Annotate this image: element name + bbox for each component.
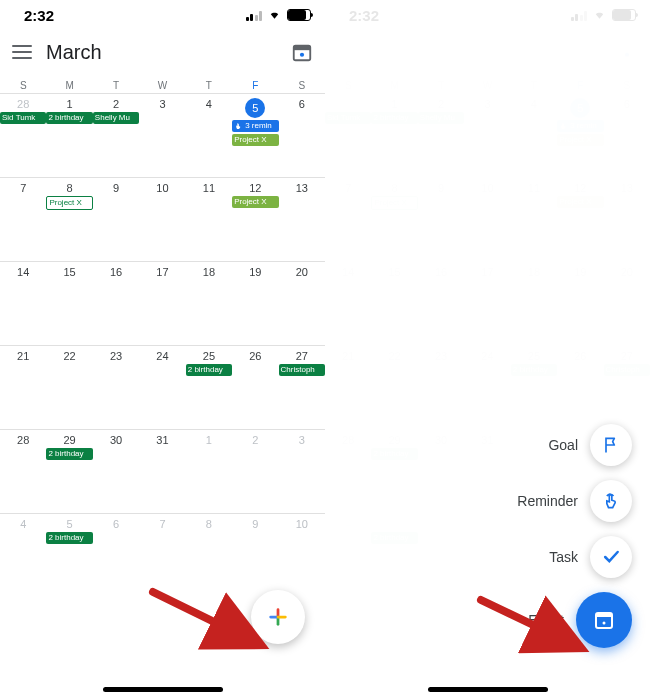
day-number: 29 — [46, 434, 92, 446]
event-chip[interactable]: Project X — [46, 196, 92, 210]
day-cell[interactable]: 11 — [186, 177, 232, 261]
day-number: 1 — [186, 434, 232, 446]
day-cell[interactable]: 4 — [186, 93, 232, 177]
day-cell[interactable]: 24 — [139, 345, 185, 429]
day-cell[interactable]: 12 birthday — [46, 93, 92, 177]
event-chip[interactable]: Sid Tumk — [0, 112, 46, 124]
day-cell[interactable]: 13 — [279, 177, 325, 261]
day-cell[interactable]: 2 — [232, 429, 278, 513]
day-number: 18 — [186, 266, 232, 278]
month-title[interactable]: March — [46, 41, 102, 64]
day-number: 24 — [139, 350, 185, 362]
day-cell[interactable]: 27Christoph — [279, 345, 325, 429]
day-cell[interactable]: 9 — [232, 513, 278, 597]
day-number: 28 — [0, 98, 46, 110]
day-cell[interactable]: 4 — [0, 513, 46, 597]
day-number: 10 — [279, 518, 325, 530]
day-cell[interactable]: 292 birthday — [46, 429, 92, 513]
day-number: 5 — [46, 518, 92, 530]
day-number: 12 — [232, 182, 278, 194]
event-chip[interactable]: 2 birthday — [46, 112, 92, 124]
day-cell[interactable]: 21 — [0, 345, 46, 429]
event-chip[interactable]: Christoph — [279, 364, 325, 376]
fab-mini-button[interactable] — [590, 536, 632, 578]
day-cell[interactable]: 2Shelly Mu — [93, 93, 139, 177]
event-chip[interactable]: 2 birthday — [186, 364, 232, 376]
day-cell[interactable]: 53 reminProject X — [232, 93, 278, 177]
day-cell[interactable]: 1 — [186, 429, 232, 513]
day-cell[interactable]: 26 — [232, 345, 278, 429]
today-icon[interactable] — [291, 41, 313, 63]
fab-mini-button[interactable] — [590, 480, 632, 522]
event-chip[interactable]: 2 birthday — [46, 448, 92, 460]
day-cell[interactable]: 8Project X — [46, 177, 92, 261]
day-number: 2 — [232, 434, 278, 446]
day-cell[interactable]: 15 — [46, 261, 92, 345]
fab-item-goal[interactable]: Goal — [548, 424, 632, 466]
fab-item-label: Task — [549, 549, 578, 565]
weekday-label: T — [93, 80, 139, 91]
day-number: 15 — [46, 266, 92, 278]
weekday-row: SMTWTFS — [0, 74, 325, 93]
day-cell[interactable]: 3 — [139, 93, 185, 177]
fab-main-button[interactable] — [576, 592, 632, 648]
day-cell[interactable]: 7 — [0, 177, 46, 261]
day-cell[interactable]: 23 — [93, 345, 139, 429]
fab-item-task[interactable]: Task — [549, 536, 632, 578]
day-number: 21 — [0, 350, 46, 362]
day-cell[interactable]: 28Sid Tumk — [0, 93, 46, 177]
day-cell[interactable]: 20 — [279, 261, 325, 345]
day-number: 4 — [0, 518, 46, 530]
day-cell[interactable]: 19 — [232, 261, 278, 345]
home-indicator — [428, 687, 548, 692]
event-chip[interactable]: 3 remin — [232, 120, 278, 132]
calendar-grid[interactable]: 28Sid Tumk12 birthday2Shelly Mu3453 remi… — [0, 93, 325, 597]
day-cell[interactable]: 7 — [139, 513, 185, 597]
day-cell[interactable]: 17 — [139, 261, 185, 345]
status-bar: 2:32 — [0, 0, 325, 30]
day-number: 5 — [245, 98, 265, 118]
menu-icon[interactable] — [12, 45, 32, 59]
day-cell[interactable]: 3 — [279, 429, 325, 513]
day-cell[interactable]: 31 — [139, 429, 185, 513]
day-cell[interactable]: 12Project X — [232, 177, 278, 261]
svg-rect-1 — [294, 46, 311, 51]
day-cell[interactable]: 6 — [279, 93, 325, 177]
day-cell[interactable]: 10 — [279, 513, 325, 597]
day-number: 6 — [93, 518, 139, 530]
day-number: 25 — [186, 350, 232, 362]
status-time: 2:32 — [24, 7, 54, 24]
day-number: 8 — [46, 182, 92, 194]
fab-item-event[interactable]: Event — [528, 592, 632, 648]
event-chip[interactable]: 2 birthday — [46, 532, 92, 544]
fab-item-label: Goal — [548, 437, 578, 453]
day-number: 28 — [0, 434, 46, 446]
flag-icon — [601, 435, 621, 455]
day-cell[interactable]: 16 — [93, 261, 139, 345]
day-number: 3 — [279, 434, 325, 446]
event-chip[interactable]: Project X — [232, 196, 278, 208]
day-number: 23 — [93, 350, 139, 362]
day-number: 30 — [93, 434, 139, 446]
weekday-label: W — [139, 80, 185, 91]
day-cell[interactable]: 14 — [0, 261, 46, 345]
plus-icon — [267, 606, 289, 628]
fab-item-reminder[interactable]: Reminder — [517, 480, 632, 522]
tap-icon — [601, 491, 621, 511]
day-cell[interactable]: 10 — [139, 177, 185, 261]
day-cell[interactable]: 18 — [186, 261, 232, 345]
day-cell[interactable]: 30 — [93, 429, 139, 513]
day-cell[interactable]: 28 — [0, 429, 46, 513]
day-cell[interactable]: 52 birthday — [46, 513, 92, 597]
day-number: 7 — [139, 518, 185, 530]
app-header: March — [0, 30, 325, 74]
day-cell[interactable]: 9 — [93, 177, 139, 261]
event-chip[interactable]: Shelly Mu — [93, 112, 139, 124]
fab-mini-button[interactable] — [590, 424, 632, 466]
day-cell[interactable]: 252 birthday — [186, 345, 232, 429]
event-chip[interactable]: Project X — [232, 134, 278, 146]
day-cell[interactable]: 22 — [46, 345, 92, 429]
day-cell[interactable]: 6 — [93, 513, 139, 597]
create-fab[interactable] — [251, 590, 305, 644]
day-cell[interactable]: 8 — [186, 513, 232, 597]
